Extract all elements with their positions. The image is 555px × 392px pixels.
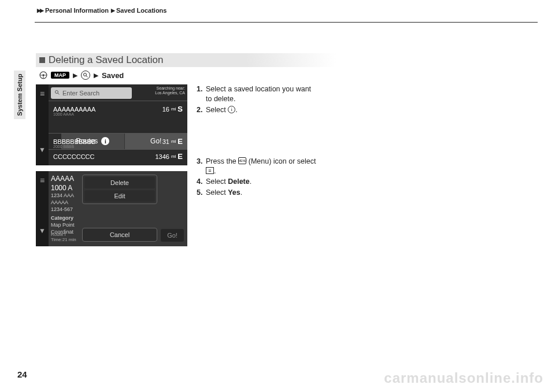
side-tab: System Setup: [14, 71, 25, 119]
side-tab-label: System Setup: [16, 74, 23, 116]
route-info: Route I Time:21 min: [51, 232, 76, 243]
chevron-down-icon: ▼: [39, 146, 46, 154]
search-input: Enter Search: [51, 87, 132, 99]
menu-hardkey-icon: MENU: [238, 157, 246, 164]
menu-item-edit: Edit: [84, 190, 155, 202]
watermark: carmanualsonline.info: [384, 370, 543, 386]
arrow-icon: ▶: [94, 72, 98, 79]
list-item: AAAAAAAAAA 1000 AAAA 16miS: [49, 101, 187, 117]
nav-seq-saved: Saved: [102, 71, 124, 80]
hamburger-icon: ≡: [40, 89, 45, 98]
screenshot-delete-menu: ≡ ▼ AAAAA 1000 A 1234 AAA AAAAA 1234-567…: [36, 171, 187, 246]
location-detail-panel: AAAAA 1000 A 1234 AAA AAAAA 1234-567 Cat…: [51, 175, 75, 235]
heading-bullet-icon: [39, 57, 45, 63]
cancel-button: Cancel: [82, 228, 157, 242]
screenshot-sidebar: ≡ ▼: [36, 84, 49, 165]
menu-item-delete: Delete: [84, 177, 155, 188]
hamburger-icon: ≡: [206, 167, 214, 174]
breadcrumb-level-2: Saved Locations: [116, 7, 166, 14]
context-menu: Delete Edit: [82, 175, 157, 204]
search-icon: [81, 71, 90, 80]
page-number: 24: [17, 369, 27, 379]
chevron-down-icon: ▼: [39, 227, 46, 235]
hamburger-icon: ≡: [40, 176, 45, 185]
svg-line-7: [58, 93, 60, 95]
steering-wheel-icon: [39, 71, 47, 79]
search-placeholder: Enter Search: [62, 90, 99, 97]
map-button-icon: MAP: [51, 72, 69, 79]
searching-near: Searching near: Los Angeles, CA: [155, 86, 185, 95]
go-button: Go!: [161, 229, 184, 242]
heading-title: Deleting a Saved Location: [49, 54, 163, 66]
breadcrumb-level-1: Personal Information: [45, 7, 109, 14]
screenshot-sidebar: ≡ ▼: [36, 171, 49, 246]
search-icon: [54, 90, 60, 97]
svg-point-4: [84, 73, 87, 76]
breadcrumb-arrow-icon: ▶: [111, 8, 114, 13]
list-item: CCCCCCCCC 1346miE: [49, 149, 187, 163]
screenshot-search-list: ≡ ▼ Enter Search Searching near: Los Ang…: [36, 84, 187, 165]
nav-sequence: MAP ▶ ▶ Saved: [39, 71, 336, 80]
list-item: BBBBBBBBBB 2000 BBBB 31miE: [49, 133, 187, 149]
breadcrumb-arrow-icon: ▶▶: [37, 8, 43, 13]
breadcrumb: ▶▶ Personal Information ▶ Saved Location…: [37, 7, 166, 14]
section-heading: Deleting a Saved Location: [36, 53, 336, 67]
header-rule: [35, 22, 538, 23]
info-icon: i: [228, 106, 235, 113]
svg-point-6: [56, 91, 58, 94]
arrow-icon: ▶: [73, 72, 77, 79]
svg-line-5: [86, 76, 88, 77]
instruction-steps: 1.Select a saved location you wantto del…: [197, 84, 335, 199]
